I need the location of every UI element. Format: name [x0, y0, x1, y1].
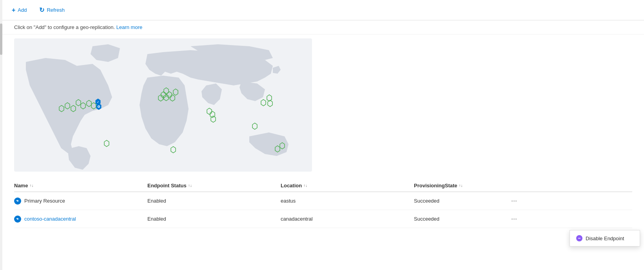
learn-more-link[interactable]: Learn more — [116, 24, 142, 30]
sort-endpoint-icon[interactable]: ↑↓ — [188, 184, 192, 188]
cell-provisioning-primary: Succeeded — [414, 198, 508, 204]
primary-resource-icon — [14, 198, 21, 205]
cell-location-primary: eastus — [281, 198, 414, 204]
add-icon: + — [12, 7, 15, 14]
toolbar: + Add ↻ Refresh — [2, 0, 644, 20]
info-message: Click on "Add" to configure a geo-replic… — [14, 24, 115, 30]
table-row: contoso-canadacentral Enabled canadacent… — [14, 210, 632, 228]
info-bar: Click on "Add" to configure a geo-replic… — [2, 20, 644, 34]
svg-point-12 — [98, 106, 100, 107]
sort-location-icon[interactable]: ↑↓ — [303, 184, 307, 188]
col-location[interactable]: Location ↑↓ — [281, 183, 414, 188]
world-map: ✓ — [14, 38, 312, 172]
add-button[interactable]: + Add — [9, 5, 30, 15]
table-row: Primary Resource Enabled eastus Succeede… — [14, 192, 632, 210]
cell-name-secondary[interactable]: contoso-canadacentral — [14, 216, 147, 223]
svg-point-34 — [17, 218, 18, 219]
secondary-resource-icon — [14, 216, 21, 223]
svg-point-32 — [17, 200, 18, 201]
col-endpoint-status[interactable]: Endpoint Status ↑↓ — [147, 183, 281, 188]
sort-provisioning-icon[interactable]: ↑↓ — [459, 184, 463, 188]
cell-actions-primary[interactable]: ··· — [508, 196, 532, 206]
svg-text:✓: ✓ — [97, 101, 99, 103]
add-label: Add — [18, 7, 27, 13]
scrollbar[interactable] — [0, 0, 2, 228]
cell-provisioning-secondary: Succeeded — [414, 216, 508, 222]
refresh-label: Refresh — [47, 7, 65, 13]
map-container: ✓ — [2, 34, 644, 176]
cell-name-primary: Primary Resource — [14, 198, 147, 205]
cell-location-secondary: canadacentral — [281, 216, 414, 222]
secondary-resource-name[interactable]: contoso-canadacentral — [24, 216, 76, 222]
primary-resource-name: Primary Resource — [24, 198, 65, 204]
more-options-primary[interactable]: ··· — [508, 196, 520, 206]
col-provisioning-state[interactable]: ProvisioningState ↑↓ — [414, 183, 508, 188]
more-options-secondary[interactable]: ··· — [508, 214, 520, 224]
table-section: Name ↑↓ Endpoint Status ↑↓ Location ↑↓ P… — [2, 179, 644, 228]
cell-actions-secondary[interactable]: ··· — [508, 214, 532, 224]
sort-name-icon[interactable]: ↑↓ — [29, 184, 33, 188]
refresh-button[interactable]: ↻ Refresh — [36, 5, 68, 15]
cell-endpoint-primary: Enabled — [147, 198, 281, 204]
cell-endpoint-secondary: Enabled — [147, 216, 281, 222]
refresh-icon: ↻ — [39, 6, 44, 14]
table-header: Name ↑↓ Endpoint Status ↑↓ Location ↑↓ P… — [14, 179, 632, 192]
col-name[interactable]: Name ↑↓ — [14, 183, 147, 188]
